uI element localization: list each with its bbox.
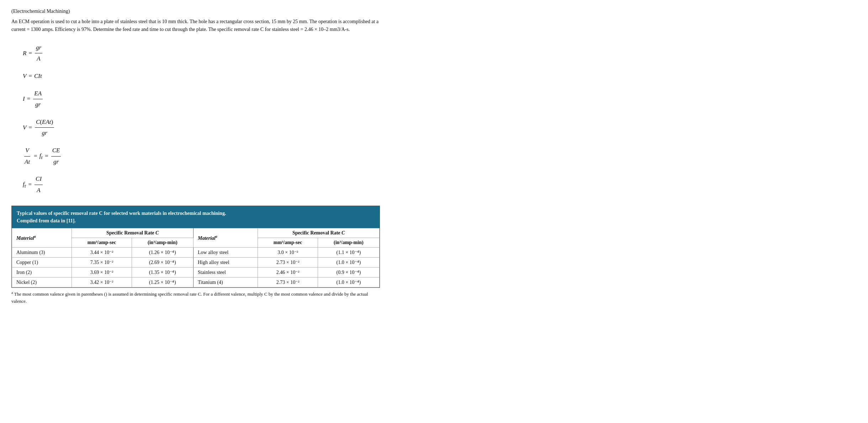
subtitle: (Electrochemical Machining) bbox=[11, 9, 380, 14]
table-cell: Aluminum (3) bbox=[12, 248, 72, 258]
data-table: Typical values of specific removal rate … bbox=[11, 206, 380, 288]
table-cell: High alloy steel bbox=[193, 258, 258, 268]
table-cell: (1.35 × 10⁻⁴) bbox=[132, 268, 193, 277]
table-cell: 3.69 × 10⁻² bbox=[72, 268, 132, 277]
table-row: Nickel (2)3.42 × 10⁻²(1.25 × 10⁻⁴)Titani… bbox=[12, 277, 380, 287]
table-cell: (1.0 × 10⁻⁴) bbox=[318, 258, 379, 268]
table-cell: 3.0 × 10⁻² bbox=[258, 248, 318, 258]
table-header-subtitle: Compiled from data in [11]. bbox=[17, 217, 375, 224]
table-cell: Copper (1) bbox=[12, 258, 72, 268]
table-cell: (1.25 × 10⁻⁴) bbox=[132, 277, 193, 287]
table-cell: Iron (2) bbox=[12, 268, 72, 277]
fraction-CEAt-gr: C(EAt) gr bbox=[35, 117, 54, 139]
table-cell: (1.0 × 10⁻⁴) bbox=[318, 277, 379, 287]
col-mm3-left: mm³/amp-sec bbox=[72, 238, 132, 248]
formula-V1: V = CIt bbox=[23, 71, 380, 82]
formula-R-lhs: R bbox=[23, 48, 26, 59]
table-cell: 7.35 × 10⁻² bbox=[72, 258, 132, 268]
formula-fr: fr = CI A bbox=[23, 174, 380, 196]
table-cell: 3.42 × 10⁻² bbox=[72, 277, 132, 287]
table-cell: Low alloy steel bbox=[193, 248, 258, 258]
formula-Vfr: V At = fr = CE gr bbox=[23, 145, 380, 167]
col-group-right: Specific Removal Rate C bbox=[258, 228, 380, 238]
table-footnote: a The most common valence given in paren… bbox=[11, 290, 380, 305]
table-cell: Stainless steel bbox=[193, 268, 258, 277]
fraction-gr-A: gr A bbox=[35, 42, 42, 64]
table-row: Aluminum (3)3.44 × 10⁻²(1.26 × 10⁻⁴)Low … bbox=[12, 248, 380, 258]
table-cell: (2.69 × 10⁻⁴) bbox=[132, 258, 193, 268]
table-header-title: Typical values of specific removal rate … bbox=[17, 210, 375, 217]
table-cell: (1.1 × 10⁻⁴) bbox=[318, 248, 379, 258]
table-cell: Nickel (2) bbox=[12, 277, 72, 287]
fraction-CE-gr: CE gr bbox=[51, 145, 61, 167]
col-mm3-right: mm³/amp-sec bbox=[258, 238, 318, 248]
col-material-right: Materiala bbox=[193, 228, 258, 248]
problem-text: An ECM operation is used to cut a hole i… bbox=[11, 18, 380, 34]
col-group-left: Specific Removal Rate C bbox=[72, 228, 194, 238]
table-cell: 2.73 × 10⁻² bbox=[258, 258, 318, 268]
formula-I: I = EA gr bbox=[23, 88, 380, 110]
table-cell: (1.26 × 10⁻⁴) bbox=[132, 248, 193, 258]
col-material-left: Materiala bbox=[12, 228, 72, 248]
formula-R: R = gr A bbox=[23, 42, 380, 64]
table-cell: 2.73 × 10⁻² bbox=[258, 277, 318, 287]
table-header: Typical values of specific removal rate … bbox=[12, 206, 380, 228]
col-in3-left: (in³/amp-min) bbox=[132, 238, 193, 248]
fraction-V-At: V At bbox=[23, 145, 31, 167]
table-cell: (0.9 × 10⁻⁴) bbox=[318, 268, 379, 277]
fraction-EA-gr: EA gr bbox=[33, 88, 43, 110]
table-cell: 3.44 × 10⁻² bbox=[72, 248, 132, 258]
table-row: Iron (2)3.69 × 10⁻²(1.35 × 10⁻⁴)Stainles… bbox=[12, 268, 380, 277]
table-col-group-row: Materiala Specific Removal Rate C Materi… bbox=[12, 228, 380, 238]
table-row: Copper (1)7.35 × 10⁻²(2.69 × 10⁻⁴)High a… bbox=[12, 258, 380, 268]
table-cell: Titanium (4) bbox=[193, 277, 258, 287]
formula-V2: V = C(EAt) gr bbox=[23, 117, 380, 139]
table-cell: 2.46 × 10⁻² bbox=[258, 268, 318, 277]
fraction-CI-A: CI A bbox=[35, 174, 43, 196]
col-in3-right: (in³/amp-min) bbox=[318, 238, 379, 248]
